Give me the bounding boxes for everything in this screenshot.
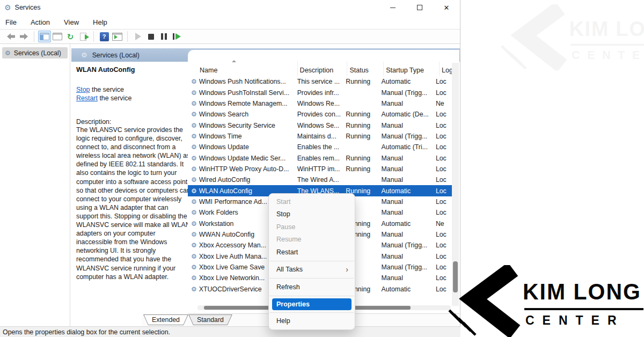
context-menu-item-resume: Resume	[269, 233, 355, 246]
service-status-cell: Running	[343, 165, 379, 173]
menu-separator	[269, 261, 354, 261]
table-row[interactable]: ⚙Windows Security ServiceWindows Se...Ru…	[188, 120, 453, 130]
titlebar: ⚙ Services ✕	[0, 0, 460, 15]
service-gear-icon: ⚙	[191, 242, 197, 248]
stop-service-line: Stop the service	[76, 85, 186, 94]
service-startup-cell: Manual	[379, 209, 434, 216]
context-menu-item-stop[interactable]: Stop	[269, 208, 355, 221]
service-description-cell: Provides con...	[295, 111, 344, 118]
pause-service-button[interactable]	[157, 31, 170, 42]
tab-standard[interactable]: Standard	[188, 314, 232, 325]
kimlong-chevron-icon	[499, 4, 573, 70]
context-menu-item-restart[interactable]: Restart	[269, 246, 355, 259]
services-pane: ⚙ Services (Local) WLAN AutoConfig Stop …	[71, 44, 460, 326]
restart-service-link[interactable]: Restart	[76, 94, 98, 102]
console-tree: ⚙ Services (Local)	[0, 44, 70, 326]
service-gear-icon: ⚙	[191, 199, 197, 205]
service-startup-cell: Manual (Trigg...	[379, 263, 434, 271]
service-name-cell: ⚙Windows Update	[188, 143, 295, 151]
service-description: The WLANSVC service provides the logic r…	[76, 126, 191, 281]
column-header-status[interactable]: Status	[347, 62, 384, 76]
show-action-pane-button[interactable]	[111, 31, 123, 42]
tree-item-services-local[interactable]: ⚙ Services (Local)	[2, 47, 68, 58]
minimize-button[interactable]	[379, 0, 406, 15]
app-gear-icon: ⚙	[4, 4, 11, 11]
service-name-cell: ⚙Windows Push Notifications...	[188, 78, 295, 85]
close-icon: ✕	[444, 4, 450, 11]
table-row[interactable]: ⚙Windows Remote Managem...Windows Re...M…	[188, 98, 453, 109]
menu-separator	[269, 312, 354, 313]
table-row[interactable]: ⚙Windows Update Medic Ser...Enables rem.…	[188, 152, 453, 163]
page: ⚙ Services ✕ FileActionViewHelp	[0, 0, 644, 337]
service-description-cell: Enables rem...	[295, 155, 344, 162]
service-logon-cell: Loc	[434, 89, 453, 97]
maximize-icon	[417, 5, 422, 10]
menu-view[interactable]: View	[64, 18, 79, 26]
context-menu-item-refresh[interactable]: Refresh	[269, 281, 355, 294]
show-console-tree-icon	[40, 33, 49, 40]
kimlong-chevron-icon	[447, 265, 527, 337]
tab-extended[interactable]: Extended	[143, 314, 188, 325]
service-gear-icon: ⚙	[191, 209, 197, 216]
service-description-cell: Provides infr...	[295, 89, 344, 97]
submenu-arrow-icon: ›	[346, 266, 348, 273]
service-startup-cell: Manual (Trigg...	[379, 133, 434, 140]
table-row[interactable]: ⚙Windows Push Notifications...This servi…	[188, 76, 453, 87]
context-menu-item-all-tasks[interactable]: All Tasks›	[269, 263, 355, 276]
service-logon-cell: Loc	[434, 198, 453, 206]
service-startup-cell: Automatic	[379, 187, 434, 195]
menu-action[interactable]: Action	[31, 18, 50, 26]
table-row[interactable]: ⚙Windows SearchProvides con...RunningAut…	[188, 109, 453, 120]
watermark-line2: CENTER	[572, 49, 644, 62]
service-status-cell: Running	[343, 78, 379, 85]
restart-service-icon	[173, 33, 181, 40]
menu-help[interactable]: Help	[93, 18, 107, 26]
forward-button[interactable]	[17, 31, 30, 42]
table-row[interactable]: ⚙Windows UpdateEnables the ...Automatic …	[188, 142, 453, 152]
maximize-button[interactable]	[406, 0, 433, 15]
service-logon-cell: Loc	[434, 253, 453, 260]
pause-service-icon	[161, 33, 167, 40]
back-button[interactable]	[4, 31, 17, 42]
properties-toolbar-button[interactable]	[51, 31, 64, 42]
menu-separator	[269, 296, 354, 296]
service-logon-cell: Loc	[434, 165, 453, 173]
menu-separator	[269, 278, 354, 279]
service-startup-cell: Manual	[379, 155, 434, 162]
service-name-cell: ⚙WinHTTP Web Proxy Auto-D...	[188, 165, 295, 173]
context-menu-item-properties[interactable]: Properties	[272, 298, 352, 310]
table-row[interactable]: ⚙Windows PushToInstall Servi...Provides …	[188, 87, 453, 98]
toolbar-separator	[93, 31, 94, 42]
help-toolbar-button[interactable]: ?	[98, 31, 111, 42]
close-button[interactable]: ✕	[433, 0, 460, 15]
export-list-button[interactable]	[77, 31, 90, 42]
start-service-button[interactable]	[131, 31, 144, 42]
service-startup-cell: Manual	[379, 231, 434, 238]
table-row[interactable]: ⚙Wired AutoConfigThe Wired A...ManualLoc	[188, 174, 453, 185]
service-gear-icon: ⚙	[191, 133, 197, 140]
services-gear-icon: ⚙	[81, 52, 87, 58]
stop-service-link[interactable]: Stop	[76, 86, 90, 93]
service-startup-cell: Manual (Trigg...	[379, 241, 434, 249]
main-area: ⚙ Services (Local) ⚙ Services (Local) WL…	[0, 44, 460, 326]
service-logon-cell: Loc	[434, 78, 453, 85]
column-header-description[interactable]: Description	[298, 62, 348, 76]
restart-service-button[interactable]	[170, 31, 183, 42]
menu-file[interactable]: File	[5, 18, 17, 26]
table-row[interactable]: ⚙WinHTTP Web Proxy Auto-D...WinHTTP im..…	[188, 164, 453, 174]
service-status-cell: Running	[343, 111, 379, 118]
stop-service-button[interactable]	[144, 31, 157, 42]
column-headers: NameDescriptionStatusStartup TypeLog	[188, 62, 459, 76]
column-header-name[interactable]: Name	[188, 62, 298, 76]
service-startup-cell: Automatic	[379, 285, 434, 293]
column-header-startup-type[interactable]: Startup Type	[384, 62, 440, 76]
tree-item-label: Services (Local)	[14, 49, 61, 57]
show-console-tree-button[interactable]	[38, 31, 51, 42]
service-name-cell: ⚙Windows Remote Managem...	[188, 100, 295, 107]
context-menu-item-help[interactable]: Help	[269, 315, 355, 328]
service-logon-cell: Loc	[434, 133, 453, 140]
refresh-toolbar-button[interactable]: ↻	[64, 31, 77, 42]
show-action-pane-icon	[112, 33, 122, 41]
table-row[interactable]: ⚙Windows TimeMaintains d...RunningManual…	[188, 131, 453, 142]
refresh-icon: ↻	[67, 33, 74, 41]
